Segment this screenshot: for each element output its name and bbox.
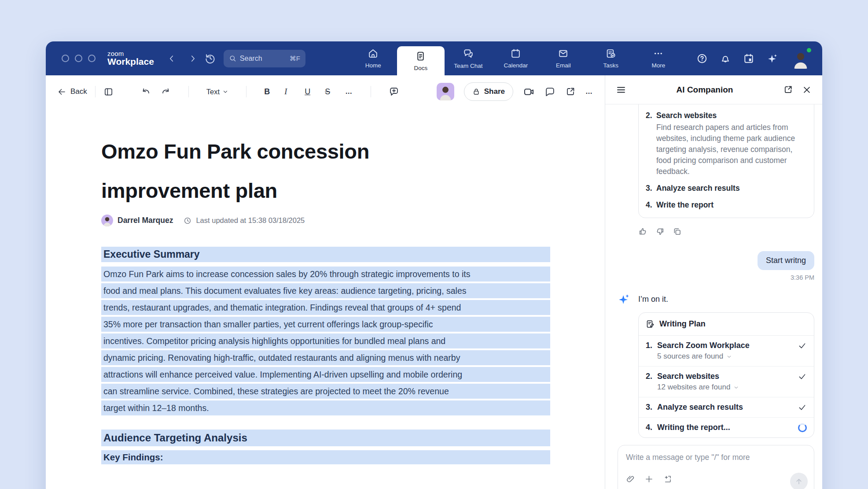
ai-message-input[interactable]: Write a message or type "/" for more bbox=[618, 445, 814, 489]
search-input[interactable]: Search ⌘F bbox=[224, 50, 305, 67]
send-arrow-icon bbox=[794, 477, 804, 486]
text-style-dropdown[interactable]: Text bbox=[206, 88, 228, 96]
tab-label: Home bbox=[365, 62, 381, 69]
hamburger-menu-icon bbox=[616, 85, 626, 95]
window-maximize-button[interactable] bbox=[88, 55, 96, 62]
user-message-row: Start writng bbox=[618, 251, 814, 270]
chat-bubble-icon bbox=[544, 86, 555, 97]
ai-menu-button[interactable] bbox=[616, 85, 626, 95]
thumbs-up-icon bbox=[638, 227, 647, 236]
document-title: Omzo Fun Park concession improvement pla… bbox=[101, 132, 550, 210]
highlighted-line: Omzo Fun Park aims to increase concessio… bbox=[101, 267, 550, 282]
popout-icon bbox=[783, 85, 793, 95]
highlighted-line: target within 12–18 months. bbox=[101, 400, 550, 415]
author-name: Darrel Marquez bbox=[118, 216, 173, 225]
chevron-down-icon bbox=[222, 89, 228, 95]
tab-label: Email bbox=[556, 62, 571, 69]
redo-button[interactable] bbox=[161, 87, 171, 97]
undo-button[interactable] bbox=[141, 87, 151, 97]
plan-step-4: 4. Writing the report... bbox=[639, 417, 814, 437]
writing-plan-header: Writing Plan bbox=[639, 313, 814, 336]
divider bbox=[95, 86, 96, 97]
open-external-button[interactable] bbox=[565, 86, 576, 97]
share-button[interactable]: Share bbox=[464, 82, 513, 101]
ai-close-button[interactable] bbox=[802, 85, 812, 95]
highlighted-line: incentives. Competitor pricing analysis … bbox=[101, 333, 550, 348]
tab-more[interactable]: More bbox=[635, 41, 682, 75]
chevron-down-icon bbox=[733, 385, 739, 390]
tab-calendar[interactable]: Calendar bbox=[492, 41, 540, 75]
open-chat-button[interactable] bbox=[544, 86, 555, 97]
bell-icon bbox=[720, 53, 731, 64]
more-actions-button[interactable]: … bbox=[585, 88, 593, 96]
redo-icon bbox=[161, 87, 171, 97]
history-back-button[interactable] bbox=[166, 52, 178, 65]
tab-docs[interactable]: Docs bbox=[397, 46, 445, 75]
notifications-button[interactable] bbox=[720, 53, 731, 64]
window-minimize-button[interactable] bbox=[75, 55, 82, 62]
tab-email[interactable]: Email bbox=[540, 41, 587, 75]
italic-button[interactable]: I bbox=[284, 87, 295, 96]
tab-home[interactable]: Home bbox=[349, 41, 397, 75]
tab-tasks[interactable]: Tasks bbox=[587, 41, 635, 75]
executive-summary-paragraph: Omzo Fun Park aims to increase concessio… bbox=[101, 267, 550, 415]
schedule-button[interactable] bbox=[743, 53, 754, 64]
help-button[interactable] bbox=[696, 53, 708, 64]
tab-team-chat[interactable]: Team Chat bbox=[445, 41, 492, 75]
author-photo bbox=[101, 215, 113, 226]
window-close-button[interactable] bbox=[62, 55, 69, 62]
highlighted-line: attractions will enhance perceived value… bbox=[101, 367, 550, 382]
toggle-sidebar-button[interactable] bbox=[103, 87, 114, 97]
history-forward-button[interactable] bbox=[187, 52, 199, 65]
document-meta: Darrel Marquez Last updated at 15:38 03/… bbox=[101, 215, 550, 226]
top-bar: zoom Workplace Search ⌘F Home bbox=[46, 41, 822, 75]
send-message-button[interactable] bbox=[790, 473, 808, 489]
plan-step-1-sources[interactable]: 5 sources are found bbox=[657, 352, 807, 361]
thumbs-down-button[interactable] bbox=[655, 227, 665, 236]
add-comment-button[interactable] bbox=[389, 86, 399, 97]
thumbs-down-icon bbox=[655, 227, 665, 236]
attach-file-button[interactable] bbox=[626, 474, 635, 484]
plan-step-2[interactable]: 2. Search websites 12 websites are found bbox=[639, 366, 814, 397]
copy-button[interactable] bbox=[673, 227, 682, 236]
back-button[interactable]: Back bbox=[57, 87, 87, 96]
plan-step-3[interactable]: 3. Analyze search results bbox=[639, 397, 814, 417]
start-video-button[interactable] bbox=[523, 86, 535, 98]
ai-companion-button[interactable] bbox=[766, 52, 779, 65]
lock-icon bbox=[472, 88, 480, 96]
text-style-label: Text bbox=[206, 88, 220, 96]
divider bbox=[188, 86, 189, 97]
ai-popout-button[interactable] bbox=[783, 85, 793, 95]
plan-step-1[interactable]: 1. Search Zoom Workplace 5 sources are f… bbox=[639, 336, 814, 366]
help-icon bbox=[696, 53, 708, 64]
ai-insert-button[interactable] bbox=[663, 474, 672, 484]
ai-reply-text: I’m on it. bbox=[638, 295, 668, 304]
chevron-right-icon bbox=[188, 54, 198, 63]
writing-plan-card: Writing Plan 1. Search Zoom Workplace 5 … bbox=[638, 312, 814, 438]
close-icon bbox=[802, 85, 812, 95]
highlighted-line: 35% more per transaction than smaller pa… bbox=[101, 317, 550, 332]
highlighted-line: dynamic pricing. Renovating high-traffic… bbox=[101, 350, 550, 365]
section-heading-executive-summary: Executive Summary bbox=[101, 247, 550, 262]
plan-step-2-sources[interactable]: 12 websites are found bbox=[657, 383, 807, 392]
recents-history-button[interactable] bbox=[204, 52, 217, 65]
search-placeholder: Search bbox=[240, 55, 262, 63]
strikethrough-button[interactable]: S bbox=[325, 87, 335, 96]
back-arrow-icon bbox=[57, 87, 66, 96]
ai-conversation[interactable]: current food pricing strategy. 2. Search… bbox=[605, 104, 822, 489]
document-canvas[interactable]: Omzo Fun Park concession improvement pla… bbox=[46, 108, 605, 489]
clock-icon bbox=[184, 217, 191, 225]
subheading-key-findings: Key Findings: bbox=[101, 450, 550, 464]
message-feedback-bar bbox=[638, 227, 814, 236]
underline-button[interactable]: U bbox=[305, 87, 315, 96]
collaborator-avatar[interactable] bbox=[437, 83, 454, 100]
plan-preview-item-4: 4. Write the report bbox=[646, 200, 807, 211]
bold-button[interactable]: B bbox=[264, 87, 275, 96]
check-icon bbox=[798, 403, 807, 412]
thumbs-up-button[interactable] bbox=[638, 227, 647, 236]
add-content-button[interactable] bbox=[644, 474, 654, 484]
collaborator-photo bbox=[437, 83, 454, 100]
account-avatar[interactable] bbox=[791, 48, 811, 69]
more-formatting-button[interactable]: … bbox=[345, 88, 353, 96]
zoom-workplace-window: zoom Workplace Search ⌘F Home bbox=[46, 41, 822, 489]
